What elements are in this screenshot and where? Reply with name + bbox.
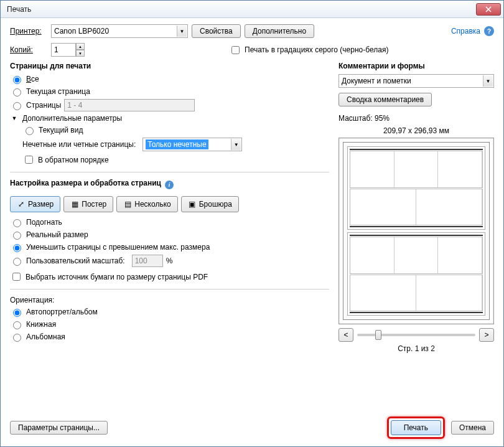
custom-label: Пользовательский масштаб: — [26, 256, 125, 265]
odd-even-value: Только нечетные — [146, 139, 208, 149]
grayscale-checkbox[interactable] — [231, 46, 240, 54]
booklet-tab[interactable]: ▣Брошюра — [181, 196, 239, 212]
close-icon — [485, 6, 492, 12]
odd-even-label: Нечетные или четные страницы: — [22, 140, 136, 149]
spinner-up-icon[interactable]: ▲ — [76, 43, 85, 50]
pages-all-radio[interactable] — [13, 76, 21, 84]
poster-tab[interactable]: ▦Постер — [63, 196, 113, 212]
advanced-button[interactable]: Дополнительно — [245, 24, 314, 38]
size-icon: ⤢ — [17, 200, 26, 209]
shrink-label: Уменьшить страницы с превышением макс. р… — [26, 243, 210, 252]
custom-radio[interactable] — [13, 258, 21, 266]
prev-page-button[interactable]: < — [338, 328, 353, 342]
dimensions-label: 209,97 x 296,93 мм — [338, 126, 494, 135]
pages-current-label: Текущая страница — [26, 87, 90, 96]
actual-radio[interactable] — [13, 232, 21, 240]
current-view-label: Текущий вид — [39, 126, 83, 134]
printer-value: Canon LBP6020 — [54, 27, 109, 35]
auto-orient-radio[interactable] — [13, 309, 21, 317]
page-setup-button[interactable]: Параметры страницы... — [10, 421, 108, 435]
percent-label: % — [166, 256, 173, 265]
zoom-slider[interactable] — [357, 334, 475, 336]
pages-all-label: Все — [26, 75, 39, 83]
cancel-button[interactable]: Отмена — [451, 421, 494, 435]
portrait-radio[interactable] — [13, 321, 21, 329]
booklet-icon: ▣ — [188, 200, 197, 209]
size-tab[interactable]: ⤢Размер — [10, 196, 60, 212]
reverse-checkbox[interactable] — [25, 156, 33, 164]
auto-orient-label: Автопортрет/альбом — [26, 308, 98, 316]
print-highlight: Печать — [387, 416, 445, 439]
help-link[interactable]: Справка — [451, 27, 480, 35]
info-icon[interactable]: i — [165, 181, 174, 189]
slider-thumb[interactable] — [375, 330, 381, 340]
help-icon[interactable]: ? — [484, 26, 494, 36]
current-view-radio[interactable] — [26, 127, 34, 135]
pages-range-input[interactable] — [64, 99, 195, 111]
reverse-label: В обратном порядке — [38, 156, 109, 164]
extra-params-label[interactable]: Дополнительные параметры — [22, 114, 122, 123]
comments-title: Комментарии и формы — [338, 62, 494, 70]
copies-label: Копий: — [10, 45, 47, 54]
pages-range-label: Страницы — [26, 101, 61, 110]
orientation-title: Ориентация: — [10, 296, 329, 304]
landscape-radio[interactable] — [13, 334, 21, 342]
fit-label: Подогнать — [26, 218, 62, 227]
landscape-label: Альбомная — [26, 332, 65, 341]
next-page-button[interactable]: > — [479, 328, 494, 342]
print-button[interactable]: Печать — [391, 420, 441, 435]
close-button[interactable] — [476, 3, 501, 16]
poster-icon: ▦ — [70, 200, 79, 209]
page-info: Стр. 1 из 2 — [338, 344, 494, 353]
window-title: Печать — [7, 5, 476, 14]
properties-button[interactable]: Свойства — [192, 24, 241, 38]
multiple-icon: ▤ — [123, 200, 132, 209]
comments-value: Документ и пометки — [342, 77, 411, 85]
choose-source-label: Выбрать источник бумаги по размеру стран… — [26, 273, 208, 281]
custom-scale-input[interactable] — [132, 255, 163, 267]
printer-label: Принтер: — [10, 27, 47, 35]
odd-even-combo[interactable]: Только нечетные ▼ — [142, 138, 242, 151]
pages-current-radio[interactable] — [13, 88, 21, 96]
copies-input[interactable] — [51, 43, 76, 57]
print-preview — [338, 138, 494, 324]
shrink-radio[interactable] — [13, 244, 21, 252]
choose-source-checkbox[interactable] — [12, 273, 21, 281]
printer-combo[interactable]: Canon LBP6020 ▼ — [51, 24, 188, 38]
pages-section-title: Страницы для печати — [10, 62, 329, 70]
pages-range-radio[interactable] — [13, 102, 21, 110]
actual-label: Реальный размер — [26, 230, 88, 239]
fit-radio[interactable] — [13, 219, 21, 227]
chevron-down-icon: ▼ — [177, 26, 187, 37]
titlebar: Печать — [1, 1, 503, 18]
spinner-down-icon[interactable]: ▼ — [76, 50, 85, 57]
tree-toggle-icon[interactable]: ▼ — [11, 115, 17, 121]
scale-label: Масштаб: 95% — [338, 114, 494, 123]
comments-combo[interactable]: Документ и пометки ▼ — [338, 74, 494, 88]
chevron-down-icon: ▼ — [231, 139, 241, 150]
summarize-button[interactable]: Сводка комментариев — [338, 93, 432, 106]
multiple-tab[interactable]: ▤Несколько — [116, 196, 177, 212]
chevron-down-icon: ▼ — [483, 75, 493, 87]
sizing-title: Настройка размера и обработка страниц — [10, 179, 161, 187]
portrait-label: Книжная — [26, 320, 56, 329]
grayscale-label: Печать в градациях серого (черно-белая) — [245, 45, 388, 54]
copies-spinner[interactable]: ▲ ▼ — [51, 43, 85, 57]
